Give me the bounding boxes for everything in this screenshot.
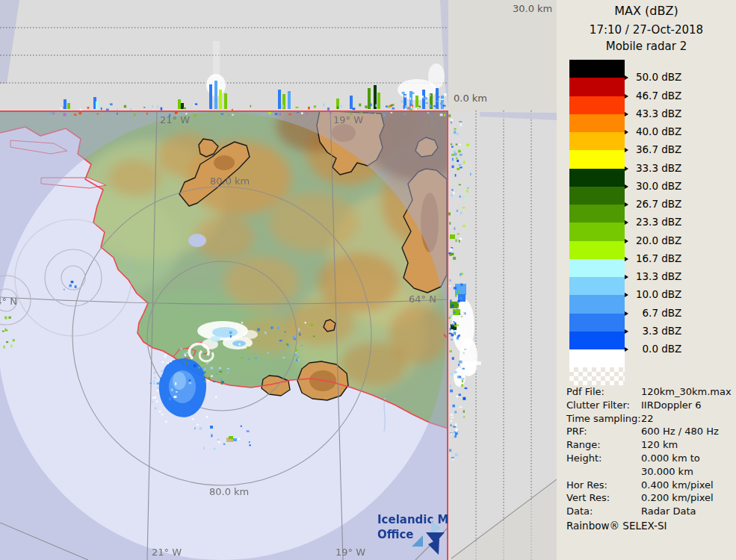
- legend-blank-band: [569, 349, 625, 367]
- metadata-label: Hor Res:: [566, 479, 641, 492]
- metadata-label: Height:: [566, 452, 641, 465]
- metadata-row: Data:Radar Data: [566, 505, 732, 518]
- metadata-value: 0.000 km to: [641, 452, 732, 465]
- range-ring-label-top: 80.0 km: [210, 175, 250, 187]
- legend-color-band: [569, 295, 625, 313]
- legend-tick-arrow-icon: [625, 293, 628, 297]
- metadata-label: Clutter Filter:: [566, 399, 641, 412]
- legend-band-label: 3.3 dBZ: [625, 325, 681, 337]
- vertical-profile-right-panel: [448, 111, 557, 560]
- legend-tick-arrow-icon: [625, 220, 628, 225]
- range-ring-label-bottom: 80.0 km: [209, 486, 249, 497]
- legend-color-band: [569, 169, 625, 187]
- metadata-value: 0.400 km/pixel: [641, 479, 732, 492]
- legend-color-band: [569, 132, 625, 150]
- meridian-21w-label-top: 21° W: [160, 114, 190, 125]
- legend-color-band: [569, 205, 625, 223]
- legend-color-band: [569, 60, 625, 78]
- legend-tick-arrow-icon: [625, 275, 628, 279]
- legend-tick-arrow-icon: [625, 239, 628, 243]
- legend-color-band: [569, 314, 625, 332]
- legend-band-label: 46.7 dBZ: [625, 90, 681, 102]
- legend-color-band: [569, 114, 625, 132]
- scan-metadata-list: Pdf File:120km_30km.maxClutter Filter:II…: [566, 385, 732, 518]
- software-branding: Rainbow® SELEX-SI: [566, 520, 667, 532]
- scan-datetime: 17:10 / 27-Oct-2018: [557, 23, 736, 37]
- metadata-label: PRF:: [566, 425, 641, 438]
- metadata-value: 0.200 km/pixel: [641, 491, 732, 505]
- radar-display-window: 30.0 km 0.0 km 21° W19° W21° W19° W80.0 …: [0, 0, 736, 560]
- legend-color-band: [569, 78, 625, 96]
- dbz-colorbar: [569, 60, 625, 385]
- legend-color-band: [569, 277, 625, 295]
- radar-source-name: Mobile radar 2: [557, 40, 736, 53]
- right-profile-canvas: [448, 111, 557, 560]
- legend-tick-arrow-icon: [625, 347, 628, 352]
- metadata-row: PRF:600 Hz / 480 Hz: [566, 425, 732, 438]
- metadata-value: Radar Data: [641, 505, 732, 518]
- legend-band-label: 36.7 dBZ: [625, 143, 681, 155]
- product-title: MAX (dBZ): [557, 4, 736, 18]
- legend-color-band: [569, 150, 625, 168]
- legend-tick-arrow-icon: [625, 202, 628, 207]
- legend-tick-arrow-icon: [625, 94, 628, 99]
- legend-tick-arrow-icon: [625, 130, 628, 134]
- logo-text-line2: Office: [377, 528, 414, 541]
- metadata-label: Range:: [566, 438, 641, 452]
- height-axis-min-label: 0.0 km: [454, 93, 487, 104]
- metadata-value: 30.000 km: [641, 465, 732, 479]
- metadata-row: Time sampling:22: [566, 412, 732, 426]
- metadata-label: Time sampling:: [566, 412, 641, 426]
- top-profile-canvas: [0, 0, 448, 111]
- metadata-value: IIRDoppler 6: [641, 399, 732, 412]
- profile-axis-corner: 30.0 km 0.0 km: [448, 0, 557, 111]
- legend-sidebar: MAX (dBZ) 17:10 / 27-Oct-2018 Mobile rad…: [557, 0, 736, 560]
- legend-color-band: [569, 332, 625, 349]
- metadata-label: Data:: [566, 505, 641, 518]
- legend-tick-arrow-icon: [625, 311, 628, 316]
- metadata-value: 120 km: [641, 438, 732, 452]
- legend-band-label: 13.3 dBZ: [625, 270, 681, 282]
- legend-tick-arrow-icon: [625, 167, 628, 171]
- legend-tick-arrow-icon: [625, 75, 628, 80]
- legend-transparent-band: [569, 367, 625, 385]
- legend-band-label: 16.7 dBZ: [625, 252, 681, 264]
- radar-map-canvas: 21° W19° W21° W19° W80.0 km80.0 km64° N6…: [0, 111, 448, 560]
- legend-band-label: 6.7 dBZ: [625, 307, 681, 319]
- legend-band-label: 26.7 dBZ: [625, 198, 681, 210]
- legend-color-band: [569, 96, 625, 114]
- legend-band-label: 40.0 dBZ: [625, 125, 681, 137]
- metadata-row: 30.000 km: [566, 465, 732, 479]
- metadata-value: 120km_30km.max: [641, 385, 732, 399]
- legend-band-label: 50.0 dBZ: [625, 71, 681, 83]
- legend-band-label: 20.0 dBZ: [625, 234, 681, 246]
- metadata-row: Clutter Filter:IIRDoppler 6: [566, 399, 732, 412]
- meridian-19w-label-top: 19° W: [333, 114, 363, 125]
- metadata-row: Range:120 km: [566, 438, 732, 452]
- legend-band-label: 30.0 dBZ: [625, 180, 681, 192]
- legend-color-band: [569, 241, 625, 259]
- parallel-64n-label-left: 64° N: [0, 296, 17, 307]
- lake: [188, 234, 206, 247]
- legend-tick-arrow-icon: [625, 184, 628, 189]
- legend-band-label: 43.3 dBZ: [625, 108, 681, 119]
- legend-color-band: [569, 259, 625, 277]
- legend-tick-arrow-icon: [625, 148, 628, 152]
- vertical-profile-top-panel: [0, 0, 448, 111]
- legend-band-label: 23.3 dBZ: [625, 216, 681, 228]
- logo-text-line1: Icelandic Met: [377, 513, 448, 526]
- height-axis-max-label: 30.0 km: [513, 3, 552, 14]
- legend-tick-arrow-icon: [625, 257, 628, 261]
- metadata-label: Pdf File:: [566, 385, 641, 399]
- legend-tick-arrow-icon: [625, 112, 628, 116]
- legend-color-band: [569, 187, 625, 205]
- metadata-label: Vert Res:: [566, 491, 641, 505]
- metadata-row: Vert Res:0.200 km/pixel: [566, 491, 732, 505]
- metadata-row: Hor Res:0.400 km/pixel: [566, 479, 732, 492]
- metadata-label: [566, 465, 641, 479]
- metadata-row: Height:0.000 km to: [566, 452, 732, 465]
- legend-band-label: 10.0 dBZ: [625, 288, 681, 300]
- parallel-64n-label: 64° N: [409, 293, 436, 305]
- meridian-19w-label-bottom: 19° W: [335, 547, 365, 558]
- legend-band-label: 33.3 dBZ: [625, 162, 681, 174]
